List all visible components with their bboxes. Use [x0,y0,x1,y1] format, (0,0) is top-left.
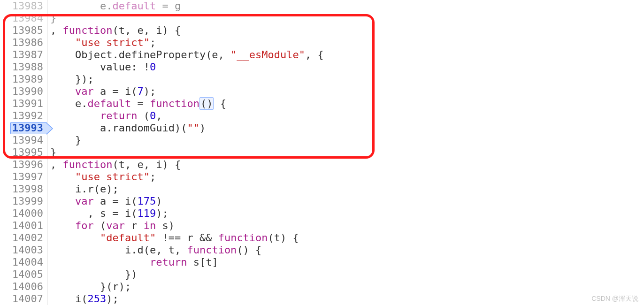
code-line[interactable]: 14001 for (var r in s) [0,220,644,232]
code-line[interactable]: 13989 }); [0,73,644,85]
code-content[interactable]: "use strict"; [47,37,156,49]
code-token: , s = i( [50,207,137,219]
code-token: , [50,24,63,36]
code-content[interactable]: a.randomGuid)("") [47,122,206,134]
code-line[interactable]: 14000 , s = i(119); [0,207,644,220]
code-line[interactable]: 14003 i.d(e, t, function() { [0,244,644,256]
code-token: "__esModule" [230,49,305,61]
code-token: Object.defineProperty(e, [50,49,230,61]
line-number[interactable]: 14003 [0,244,47,256]
code-line[interactable]: 13983 e.default = g [0,0,644,12]
code-token: for [75,220,94,231]
line-number[interactable]: 13999 [0,195,47,207]
code-line[interactable]: 14002 "default" !== r && function(t) { [0,232,644,244]
line-number[interactable]: 13991 [0,98,47,110]
code-content[interactable]: , s = i(119); [47,207,169,220]
code-token: ) [199,122,206,134]
code-content[interactable]: "use strict"; [47,171,156,183]
code-token: ) [156,195,162,207]
code-token: 175 [137,195,156,207]
code-line[interactable]: 13998 i.r(e); [0,183,644,195]
code-line[interactable]: 14006 }(r); [0,281,644,293]
line-number[interactable]: 14000 [0,207,47,220]
code-content[interactable]: Object.defineProperty(e, "__esModule", { [47,49,324,61]
code-content[interactable]: "default" !== r && function(t) { [47,232,299,244]
code-line[interactable]: 13995} [0,146,644,159]
code-token: s) [156,220,175,231]
line-number[interactable]: 13987 [0,49,47,61]
line-number[interactable]: 13995 [0,146,47,159]
code-content[interactable]: , function(t, e, i) { [47,24,181,37]
line-number[interactable]: 14005 [0,268,47,281]
code-line[interactable]: 14004 return s[t] [0,256,644,268]
line-number[interactable]: 13997 [0,171,47,183]
line-number[interactable]: 14006 [0,281,47,293]
code-token: , [50,159,63,170]
line-number[interactable]: 13992 [0,110,47,122]
code-line[interactable]: 13996, function(t, e, i) { [0,159,644,171]
code-content[interactable]: i.d(e, t, function() { [47,244,261,256]
code-content[interactable]: } [47,134,81,146]
code-line[interactable]: 13988 value: !0 [0,61,644,73]
code-token: "use strict" [75,171,150,183]
code-line[interactable]: 13987 Object.defineProperty(e, "__esModu… [0,49,644,61]
code-content[interactable]: e.default = function() { [47,98,226,110]
line-number[interactable]: 13998 [0,183,47,195]
code-token: ); [106,293,119,305]
code-token: s[t] [187,256,218,268]
code-token: { [214,98,226,109]
code-content[interactable]: i.r(e); [47,183,119,195]
code-line[interactable]: 14005 }) [0,268,644,281]
code-content[interactable]: }) [47,268,137,281]
code-line[interactable]: 13984} [0,12,644,24]
code-line[interactable]: 13999 var a = i(175) [0,195,644,207]
code-content[interactable]: i(253); [47,293,119,305]
code-content[interactable]: , function(t, e, i) { [47,159,181,171]
line-number[interactable]: 13996 [0,159,47,171]
code-content[interactable]: var a = i(175) [47,195,162,207]
code-content[interactable]: for (var r in s) [47,220,175,232]
line-number[interactable]: 14002 [0,232,47,244]
line-number[interactable]: 13988 [0,61,47,73]
line-number[interactable]: 14001 [0,220,47,232]
line-number[interactable]: 13985 [0,24,47,37]
code-line[interactable]: 13992 return (0, [0,110,644,122]
line-number[interactable]: 13983 [0,0,47,12]
code-token [50,85,75,97]
code-content[interactable]: var a = i(7); [47,85,156,98]
code-line[interactable]: 13986 "use strict"; [0,37,644,49]
line-number[interactable]: 13994 [0,134,47,146]
code-content[interactable]: value: !0 [47,61,156,73]
code-content[interactable]: return (0, [47,110,162,122]
code-line[interactable]: 13990 var a = i(7); [0,85,644,98]
code-token: !== r && [156,232,218,244]
line-number[interactable]: 13984 [0,12,47,24]
code-token: ); [144,85,156,97]
line-number[interactable]: 13990 [0,85,47,98]
code-content[interactable]: } [47,146,56,159]
code-token: e. [50,98,87,109]
code-content[interactable]: return s[t] [47,256,218,268]
code-content[interactable]: }(r); [47,281,131,293]
code-content[interactable]: }); [47,73,94,85]
line-number[interactable]: 14007 [0,293,47,305]
code-line[interactable]: 13997 "use strict"; [0,171,644,183]
code-content[interactable]: } [47,12,56,24]
code-token: e. [50,0,112,12]
code-editor[interactable]: 13983 e.default = g13984}13985, function… [0,0,644,306]
line-number[interactable]: 13993 [0,122,47,134]
line-number[interactable]: 13989 [0,73,47,85]
code-token: }) [50,268,137,280]
code-line[interactable]: 14007 i(253); [0,293,644,305]
code-content[interactable]: e.default = g [47,0,181,12]
line-number[interactable]: 14004 [0,256,47,268]
code-token: default [87,98,131,109]
code-token: ; [150,37,156,48]
code-token: a = i( [94,195,138,207]
code-line[interactable]: 13985, function(t, e, i) { [0,24,644,37]
code-line[interactable]: 13993 a.randomGuid)("") [0,122,644,134]
code-line[interactable]: 13991 e.default = function() { [0,98,644,110]
code-token: function [150,98,199,109]
line-number[interactable]: 13986 [0,37,47,49]
code-line[interactable]: 13994 } [0,134,644,146]
